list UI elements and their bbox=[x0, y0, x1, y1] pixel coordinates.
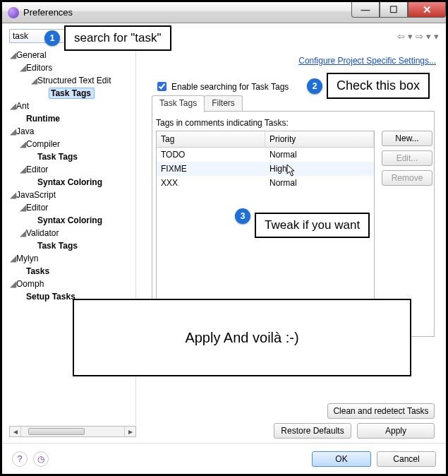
tab-task-tags[interactable]: Task Tags bbox=[152, 95, 205, 112]
cancel-button[interactable]: Cancel bbox=[377, 451, 436, 467]
twisty-expanded-icon[interactable]: ◢ bbox=[19, 163, 26, 176]
tree-item[interactable]: Syntax Coloring bbox=[9, 214, 135, 227]
restore-defaults-button[interactable]: Restore Defaults bbox=[274, 423, 351, 439]
twisty-expanded-icon[interactable]: ◢ bbox=[19, 61, 26, 74]
bottom-buttons: Clean and redetect Tasks Restore Default… bbox=[274, 403, 435, 439]
tree-item[interactable]: Runtime bbox=[9, 112, 135, 125]
dialog-footer: ? ◷ OK Cancel bbox=[2, 443, 446, 474]
twisty-expanded-icon[interactable]: ◢ bbox=[9, 252, 16, 265]
remove-button[interactable]: Remove bbox=[382, 170, 432, 186]
tab-filters[interactable]: Filters bbox=[204, 95, 243, 112]
forward-menu-icon[interactable]: ▾ bbox=[426, 31, 431, 42]
tree-item-label: Mylyn bbox=[16, 254, 38, 263]
maximize-button[interactable]: ☐ bbox=[380, 2, 408, 18]
tree-item-label: Syntax Coloring bbox=[37, 177, 102, 187]
tree-item[interactable]: Tasks bbox=[9, 265, 135, 278]
ok-button[interactable]: OK bbox=[312, 451, 371, 467]
close-button[interactable]: ✕ bbox=[408, 2, 446, 18]
cell-priority: High bbox=[265, 162, 374, 176]
tree-item-label: Oomph bbox=[16, 279, 44, 289]
cell-tag: TODO bbox=[157, 148, 265, 162]
tree-item-label: Tasks bbox=[26, 266, 49, 276]
twisty-expanded-icon[interactable]: ◢ bbox=[19, 138, 26, 150]
tree-item-label: Setup Tasks bbox=[26, 292, 75, 302]
table-row[interactable]: XXX Normal bbox=[157, 176, 374, 190]
menu-icon[interactable]: ▾ bbox=[434, 31, 439, 42]
help-icon[interactable]: ? bbox=[12, 451, 28, 467]
tree-item[interactable]: ◢Validator bbox=[9, 227, 135, 239]
cell-tag: XXX bbox=[157, 176, 265, 190]
tree-item[interactable]: Task Tags bbox=[9, 87, 135, 100]
new-button[interactable]: New... bbox=[382, 131, 432, 146]
annotation-note-2: Check this box bbox=[327, 73, 430, 99]
twisty-expanded-icon[interactable]: ◢ bbox=[9, 189, 16, 201]
twisty-expanded-icon[interactable]: ◢ bbox=[30, 74, 37, 87]
tree-item-label: Ant bbox=[16, 101, 29, 111]
titlebar: Preferences — ☐ ✕ bbox=[2, 2, 446, 23]
twisty-expanded-icon[interactable]: ◢ bbox=[9, 278, 16, 290]
scroll-left-icon[interactable]: ◂ bbox=[10, 427, 21, 436]
tree-item[interactable]: Task Tags bbox=[9, 150, 135, 163]
tree-item-label: Syntax Coloring bbox=[37, 215, 102, 225]
scroll-thumb[interactable] bbox=[28, 428, 85, 435]
tree-item[interactable]: Syntax Coloring bbox=[9, 176, 135, 189]
cell-tag: FIXME bbox=[157, 162, 265, 176]
table-title: Tags in comments indicating Tasks: bbox=[156, 118, 289, 128]
tree-item[interactable]: ◢Structured Text Edit bbox=[9, 74, 135, 87]
apply-button[interactable]: Apply bbox=[357, 423, 435, 439]
configure-project-link[interactable]: Configure Project Specific Settings... bbox=[298, 56, 436, 66]
tree-item-label: Editor bbox=[26, 165, 48, 174]
tree-item[interactable]: ◢Editor bbox=[9, 163, 135, 176]
back-menu-icon[interactable]: ▾ bbox=[408, 31, 413, 42]
twisty-expanded-icon[interactable]: ◢ bbox=[9, 125, 16, 138]
tree-item[interactable]: ◢Compiler bbox=[9, 138, 135, 150]
minimize-button[interactable]: — bbox=[351, 2, 380, 18]
tree-hscrollbar[interactable]: ◂ ▸ bbox=[9, 426, 136, 437]
enable-search-checkbox[interactable] bbox=[157, 82, 167, 91]
clean-button[interactable]: Clean and redetect Tasks bbox=[327, 403, 435, 419]
tree-item-label: Editors bbox=[26, 63, 52, 73]
tree-item[interactable]: ◢Editors bbox=[9, 61, 135, 74]
table-header: Tag Priority bbox=[157, 131, 374, 148]
annotation-badge-2: 2 bbox=[307, 78, 322, 94]
enable-search-label: Enable searching for Task Tags bbox=[171, 82, 289, 92]
tree-item[interactable]: ◢Editor bbox=[9, 201, 135, 214]
tree-item[interactable]: Task Tags bbox=[9, 239, 135, 252]
back-icon[interactable]: ⇦ bbox=[397, 31, 405, 42]
window-buttons: — ☐ ✕ bbox=[351, 2, 446, 18]
forward-icon[interactable]: ⇨ bbox=[416, 31, 423, 42]
table-row[interactable]: TODO Normal bbox=[157, 148, 374, 162]
col-priority[interactable]: Priority bbox=[265, 131, 374, 147]
twisty-expanded-icon[interactable]: ◢ bbox=[9, 100, 16, 112]
annotation-badge-3: 3 bbox=[235, 208, 250, 224]
tree-item-label: Runtime bbox=[26, 114, 60, 124]
tree-item-label: Task Tags bbox=[37, 152, 78, 162]
tree-item[interactable]: ◢Ant bbox=[9, 100, 135, 112]
annotation-badge-1: 1 bbox=[44, 30, 60, 46]
scroll-track[interactable] bbox=[21, 427, 124, 436]
tree-item[interactable]: ◢Java bbox=[9, 125, 135, 138]
tree-item-label: Validator bbox=[26, 228, 59, 238]
twisty-expanded-icon[interactable]: ◢ bbox=[19, 201, 26, 214]
annotation-note-1: search for "task" bbox=[64, 25, 171, 51]
import-export-icon[interactable]: ◷ bbox=[33, 451, 49, 467]
tree-item[interactable]: ◢Mylyn bbox=[9, 252, 135, 265]
history-nav: ⇦ ▾ ⇨ ▾ ▾ bbox=[397, 31, 439, 42]
col-tag[interactable]: Tag bbox=[157, 131, 265, 147]
tree-item[interactable]: ◢JavaScript bbox=[9, 189, 135, 201]
table-row[interactable]: FIXME High bbox=[157, 162, 374, 176]
tree-item-label: Compiler bbox=[26, 139, 60, 149]
tree-item-label: Java bbox=[16, 126, 34, 136]
tree-item-label: Task Tags bbox=[49, 88, 95, 99]
cell-priority: Normal bbox=[265, 148, 374, 162]
edit-button[interactable]: Edit... bbox=[382, 150, 432, 166]
tree-item-label: Task Tags bbox=[37, 241, 78, 251]
tree-item[interactable]: ◢Oomph bbox=[9, 278, 135, 290]
twisty-expanded-icon[interactable]: ◢ bbox=[19, 227, 26, 239]
twisty-expanded-icon[interactable]: ◢ bbox=[9, 49, 16, 61]
table-side-buttons: New... Edit... Remove bbox=[382, 131, 432, 186]
enable-search-row[interactable]: Enable searching for Task Tags bbox=[155, 80, 289, 93]
scroll-right-icon[interactable]: ▸ bbox=[124, 427, 135, 436]
tree-item-label: JavaScript bbox=[16, 190, 56, 200]
annotation-note-4: Apply And voilà :-) bbox=[73, 299, 411, 376]
